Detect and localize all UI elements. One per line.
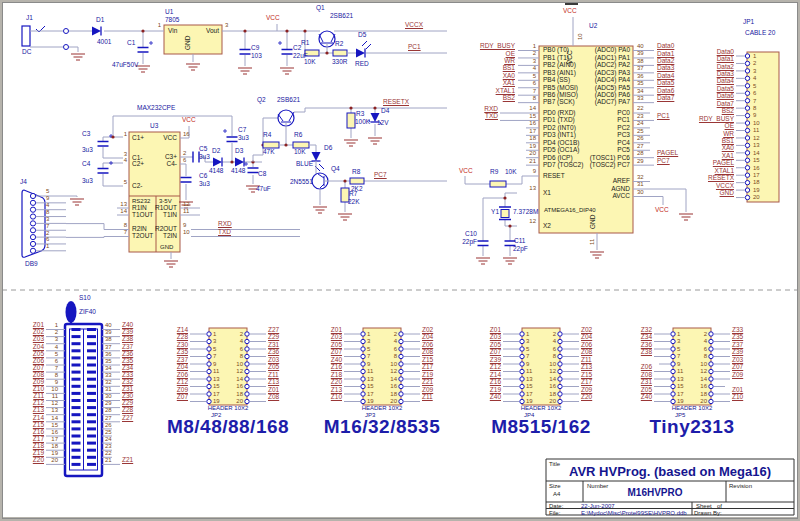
pin-number: 7 [213,353,216,359]
pin-number: 1 [533,43,536,49]
pin-number: 5 [124,179,127,185]
pin-number: 35 [637,80,644,86]
pin-number: 11 [589,239,595,245]
pin-number: 13 [120,201,127,207]
titleblock-drawnby-label: Drawn By: [694,510,722,516]
pin-name: PD3 (INT1) [543,132,576,139]
pin-name: C2- [132,183,142,190]
pin-number: 5 [46,188,49,194]
net-label: Z20 [33,457,44,464]
pin-number: 14 [390,376,397,382]
net-label: Z13 [268,379,279,386]
c1-value: 47uF50V [112,62,138,69]
pin-number: 8 [753,105,756,111]
r7-value: 22K [348,199,360,206]
c11-ref: C11 [514,238,525,245]
pin-number: 7 [367,353,370,359]
s10-ref: S10 [79,295,91,302]
net-label: GND [720,190,734,197]
pin-number: 16 [51,429,58,435]
pin-number: 6 [46,236,49,242]
pin-number: 3 [533,58,536,64]
pin-number: 6 [553,346,556,352]
titleblock-date-label: Date: [549,503,563,509]
net-label: Z20 [581,394,592,401]
r9-ref: R9 [490,169,498,176]
pin-number: 2 [533,50,536,56]
pin-number: 2 [55,329,58,335]
header-type-label: HEADER 10X2 [362,405,403,411]
pin-number: 1 [46,243,49,249]
r6-ref: R6 [294,132,302,139]
pin-number: 11 [52,393,58,399]
pin-number: 37 [637,65,644,71]
pin-number: 12 [236,368,243,374]
pin-number: 1 [158,22,161,28]
net-label: Z17 [581,379,592,386]
pin-number: 5 [677,346,680,352]
pin-number: 20 [236,398,243,404]
r2-ref: R2 [335,41,343,48]
pin-number: 18 [549,391,556,397]
pin-number: 2 [183,150,186,156]
pin-number: 5 [533,73,536,79]
pin-number: 16 [183,131,190,137]
pin-number: 15 [529,113,536,119]
pin-number: 5 [526,346,529,352]
pin-number: 13 [753,142,760,148]
pc1-net-label: PC1 [408,44,421,51]
pin-number: 34 [637,88,644,94]
pin-number: 9 [46,195,49,201]
net-label: TXD [485,113,498,120]
net-label: Z39 [732,349,743,356]
r6-value: 10K [294,149,306,156]
pin-name: X2 [543,223,551,230]
pin-name: C2+ [132,161,144,168]
pin-number: 4 [753,75,756,81]
c5-value: 3u3 [199,154,210,161]
pin-number: 27 [637,143,644,149]
pin-number: 4 [55,344,58,350]
pin-number: 4 [553,338,556,344]
c8-ref: C8 [258,171,266,178]
max232-section-rs232: RS232 [132,198,150,204]
pin-number: 14 [700,376,707,382]
pin-number: 30 [637,189,644,195]
pin-number: 8 [394,353,397,359]
d6-value: BLUE [296,161,313,168]
pin-number: 16 [236,383,243,389]
r3-value: 100K [355,119,370,126]
pin-number: 16 [529,120,536,126]
pin-number: 18 [236,391,243,397]
pin-number: 16 [700,383,707,389]
pin-name: PB4 (SS) [543,77,570,84]
q4-value: 2N5551 [290,179,313,186]
pin-number: 25 [105,429,112,435]
pin-number: 13 [51,407,58,413]
pin-number: 19 [213,398,220,404]
c4-ref: C4 [82,161,90,168]
titleblock-file: E:\Mydoc\Misc\Protel99SE\HVPRO.ddb [581,510,687,516]
pin-number: 22 [637,105,644,111]
titleblock-size: A4 [553,491,560,497]
net-label: Z07 [177,394,188,401]
pin-number: 5 [753,83,756,89]
vcc-net-label: VCC [459,168,473,175]
schematic-wires-layer [0,0,800,521]
pin-number: 2 [553,331,556,337]
c9-ref: C9 [251,45,259,52]
pin-number: 7 [55,365,58,371]
pin-number: 8 [124,222,127,228]
pin-number: 1 [677,331,680,337]
net-label: Z09 [732,372,743,379]
pin-number: 17 [529,128,536,134]
pin-number: 17 [526,391,533,397]
pin-number: 11 [213,368,219,374]
pin-number: 2 [394,331,397,337]
pin-number: 4 [124,157,127,163]
pin-number: 2 [46,230,49,236]
c10-ref: C10 [465,231,477,238]
pin-number: 9 [55,379,58,385]
u2-ref: U2 [589,23,597,30]
pin-number: 3 [213,338,216,344]
